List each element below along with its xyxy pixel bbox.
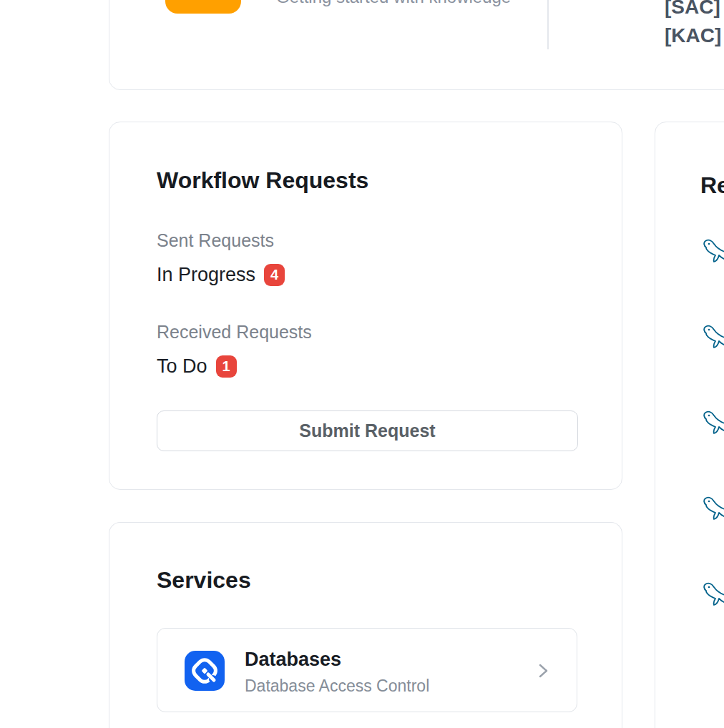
recent-database-row[interactable] xyxy=(700,496,724,521)
mysql-dolphin-icon xyxy=(700,238,724,264)
doc-link-kac[interactable]: [KAC] xyxy=(665,26,721,46)
recent-database-row[interactable] xyxy=(700,581,724,607)
service-name: Databases xyxy=(245,647,341,672)
getting-started-action-button[interactable] xyxy=(165,0,241,14)
todo-label: To Do xyxy=(157,354,207,378)
mysql-dolphin-icon xyxy=(700,581,724,607)
mysql-dolphin-icon xyxy=(700,496,724,521)
mysql-dolphin-icon xyxy=(700,410,724,436)
database-access-control-app-icon xyxy=(185,651,225,691)
todo-link[interactable]: To Do 1 xyxy=(157,354,237,378)
dashboard-page: { "colors": { "accent_orange": "#FFA000"… xyxy=(0,0,724,728)
recent-database-row[interactable] xyxy=(700,324,724,350)
chevron-right-icon xyxy=(534,662,552,679)
getting-started-card: Getting started with knowledge [SAC] [KA… xyxy=(109,0,724,90)
todo-count-badge: 1 xyxy=(216,355,237,378)
truncated-description-text: Getting started with knowledge xyxy=(276,0,511,8)
service-item-databases[interactable]: Databases Database Access Control xyxy=(157,628,577,712)
recent-database-row[interactable] xyxy=(700,238,724,264)
in-progress-count-badge: 4 xyxy=(264,264,285,286)
service-description: Database Access Control xyxy=(245,676,429,696)
in-progress-link[interactable]: In Progress 4 xyxy=(157,262,285,287)
recent-databases-card: Recent Databases xyxy=(655,122,724,728)
recent-database-row[interactable] xyxy=(700,410,724,436)
doc-link-sac[interactable]: [SAC] xyxy=(665,0,720,17)
services-title: Services xyxy=(157,567,251,593)
in-progress-label: In Progress xyxy=(157,262,255,287)
sent-requests-label: Sent Requests xyxy=(157,230,274,251)
workflow-requests-title: Workflow Requests xyxy=(157,167,368,193)
submit-request-button[interactable]: Submit Request xyxy=(157,410,578,451)
received-requests-label: Received Requests xyxy=(157,321,312,343)
services-card: Services Databases Database Access Contr… xyxy=(109,522,622,728)
mysql-dolphin-icon xyxy=(700,324,724,350)
recent-databases-title: Recent Databases xyxy=(700,172,724,198)
vertical-divider xyxy=(547,0,549,49)
workflow-requests-card: Workflow Requests Sent Requests In Progr… xyxy=(109,122,622,490)
